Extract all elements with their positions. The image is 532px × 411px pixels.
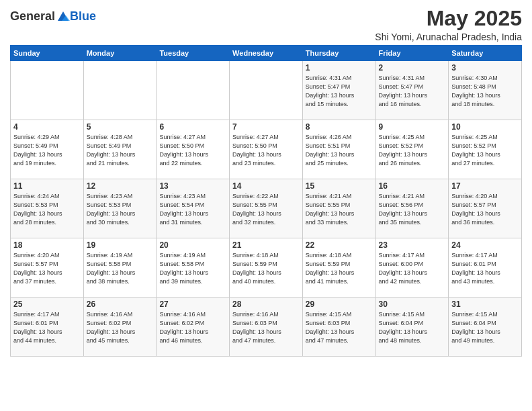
day-number: 17: [451, 181, 519, 191]
calendar-cell: 5Sunrise: 4:28 AM Sunset: 5:49 PM Daylig…: [83, 120, 157, 179]
day-info: Sunrise: 4:29 AM Sunset: 5:49 PM Dayligh…: [13, 133, 81, 168]
day-number: 12: [87, 181, 154, 191]
calendar-table: Sunday Monday Tuesday Wednesday Thursday…: [10, 45, 522, 357]
day-number: 29: [306, 300, 373, 309]
calendar-cell: 19Sunrise: 4:19 AM Sunset: 5:58 PM Dayli…: [83, 238, 157, 298]
calendar-week-3: 11Sunrise: 4:24 AM Sunset: 5:53 PM Dayli…: [11, 179, 522, 238]
day-info: Sunrise: 4:16 AM Sunset: 6:02 PM Dayligh…: [87, 310, 154, 345]
header-saturday: Saturday: [449, 46, 522, 61]
calendar-cell: 28Sunrise: 4:16 AM Sunset: 6:03 PM Dayli…: [230, 298, 303, 357]
day-number: 14: [232, 181, 300, 191]
day-number: 24: [451, 240, 519, 250]
day-number: 1: [306, 63, 373, 73]
calendar-week-5: 25Sunrise: 4:17 AM Sunset: 6:01 PM Dayli…: [11, 298, 522, 357]
day-info: Sunrise: 4:17 AM Sunset: 6:00 PM Dayligh…: [379, 251, 446, 286]
calendar-cell: 23Sunrise: 4:17 AM Sunset: 6:00 PM Dayli…: [375, 238, 449, 298]
day-info: Sunrise: 4:27 AM Sunset: 5:50 PM Dayligh…: [159, 133, 226, 168]
logo-blue: Blue: [70, 9, 96, 24]
calendar-cell: 9Sunrise: 4:25 AM Sunset: 5:52 PM Daylig…: [375, 120, 449, 179]
calendar-cell: 27Sunrise: 4:16 AM Sunset: 6:02 PM Dayli…: [157, 298, 230, 357]
calendar-week-2: 4Sunrise: 4:29 AM Sunset: 5:49 PM Daylig…: [11, 120, 522, 179]
calendar-container: General Blue May 2025 Shi Yomi, Arunacha…: [0, 0, 532, 363]
day-info: Sunrise: 4:28 AM Sunset: 5:49 PM Dayligh…: [87, 133, 154, 168]
day-info: Sunrise: 4:31 AM Sunset: 5:47 PM Dayligh…: [306, 74, 373, 109]
day-number: 2: [379, 63, 446, 73]
day-info: Sunrise: 4:20 AM Sunset: 5:57 PM Dayligh…: [13, 251, 81, 286]
day-number: 18: [13, 240, 81, 250]
header-sunday: Sunday: [11, 46, 84, 61]
calendar-week-1: 1Sunrise: 4:31 AM Sunset: 5:47 PM Daylig…: [11, 61, 522, 120]
calendar-cell: 22Sunrise: 4:18 AM Sunset: 5:59 PM Dayli…: [302, 238, 375, 298]
day-info: Sunrise: 4:21 AM Sunset: 5:55 PM Dayligh…: [306, 192, 373, 227]
calendar-cell: 1Sunrise: 4:31 AM Sunset: 5:47 PM Daylig…: [302, 61, 375, 120]
day-number: 8: [306, 122, 373, 132]
weekday-header-row: Sunday Monday Tuesday Wednesday Thursday…: [11, 46, 522, 61]
calendar-cell: 31Sunrise: 4:15 AM Sunset: 6:04 PM Dayli…: [449, 298, 522, 357]
calendar-cell: 26Sunrise: 4:16 AM Sunset: 6:02 PM Dayli…: [83, 298, 157, 357]
location-title: Shi Yomi, Arunachal Pradesh, India: [375, 32, 522, 42]
day-info: Sunrise: 4:17 AM Sunset: 6:01 PM Dayligh…: [13, 310, 81, 345]
calendar-cell: 20Sunrise: 4:19 AM Sunset: 5:58 PM Dayli…: [157, 238, 230, 298]
day-info: Sunrise: 4:19 AM Sunset: 5:58 PM Dayligh…: [159, 251, 226, 286]
calendar-cell: 4Sunrise: 4:29 AM Sunset: 5:49 PM Daylig…: [11, 120, 84, 179]
calendar-cell: 7Sunrise: 4:27 AM Sunset: 5:50 PM Daylig…: [230, 120, 303, 179]
day-number: 30: [379, 300, 446, 309]
month-title: May 2025: [375, 7, 522, 30]
day-info: Sunrise: 4:18 AM Sunset: 5:59 PM Dayligh…: [306, 251, 373, 286]
calendar-cell: 13Sunrise: 4:23 AM Sunset: 5:54 PM Dayli…: [157, 179, 230, 238]
calendar-cell: 14Sunrise: 4:22 AM Sunset: 5:55 PM Dayli…: [230, 179, 303, 238]
calendar-cell: 8Sunrise: 4:26 AM Sunset: 5:51 PM Daylig…: [302, 120, 375, 179]
day-info: Sunrise: 4:22 AM Sunset: 5:55 PM Dayligh…: [232, 192, 300, 227]
logo-icon: [56, 10, 70, 24]
calendar-cell: 6Sunrise: 4:27 AM Sunset: 5:50 PM Daylig…: [157, 120, 230, 179]
day-number: 10: [451, 122, 519, 132]
day-number: 16: [379, 181, 446, 191]
day-number: 27: [159, 300, 226, 309]
calendar-cell: 12Sunrise: 4:23 AM Sunset: 5:53 PM Dayli…: [83, 179, 157, 238]
calendar-cell: 21Sunrise: 4:18 AM Sunset: 5:59 PM Dayli…: [230, 238, 303, 298]
title-area: May 2025 Shi Yomi, Arunachal Pradesh, In…: [375, 7, 522, 42]
day-number: 31: [451, 300, 519, 309]
day-info: Sunrise: 4:24 AM Sunset: 5:53 PM Dayligh…: [13, 192, 81, 227]
day-number: 9: [379, 122, 446, 132]
calendar-cell: 2Sunrise: 4:31 AM Sunset: 5:47 PM Daylig…: [375, 61, 449, 120]
day-info: Sunrise: 4:16 AM Sunset: 6:02 PM Dayligh…: [159, 310, 226, 345]
day-number: 3: [451, 63, 519, 73]
calendar-cell: 3Sunrise: 4:30 AM Sunset: 5:48 PM Daylig…: [449, 61, 522, 120]
calendar-cell: 17Sunrise: 4:20 AM Sunset: 5:57 PM Dayli…: [449, 179, 522, 238]
day-info: Sunrise: 4:27 AM Sunset: 5:50 PM Dayligh…: [232, 133, 300, 168]
header: General Blue May 2025 Shi Yomi, Arunacha…: [10, 7, 522, 42]
header-wednesday: Wednesday: [230, 46, 303, 61]
day-info: Sunrise: 4:18 AM Sunset: 5:59 PM Dayligh…: [232, 251, 300, 286]
day-info: Sunrise: 4:23 AM Sunset: 5:53 PM Dayligh…: [87, 192, 154, 227]
calendar-cell: 10Sunrise: 4:25 AM Sunset: 5:52 PM Dayli…: [449, 120, 522, 179]
day-info: Sunrise: 4:15 AM Sunset: 6:04 PM Dayligh…: [379, 310, 446, 345]
day-number: 7: [232, 122, 300, 132]
day-number: 23: [379, 240, 446, 250]
day-number: 28: [232, 300, 300, 309]
day-info: Sunrise: 4:19 AM Sunset: 5:58 PM Dayligh…: [87, 251, 154, 286]
calendar-cell: [11, 61, 84, 120]
day-number: 19: [87, 240, 154, 250]
header-tuesday: Tuesday: [157, 46, 230, 61]
calendar-cell: [83, 61, 157, 120]
day-info: Sunrise: 4:25 AM Sunset: 5:52 PM Dayligh…: [451, 133, 519, 168]
day-info: Sunrise: 4:30 AM Sunset: 5:48 PM Dayligh…: [451, 74, 519, 109]
calendar-cell: 29Sunrise: 4:15 AM Sunset: 6:03 PM Dayli…: [302, 298, 375, 357]
day-number: 4: [13, 122, 81, 132]
day-number: 15: [306, 181, 373, 191]
day-info: Sunrise: 4:15 AM Sunset: 6:04 PM Dayligh…: [451, 310, 519, 345]
day-number: 13: [159, 181, 226, 191]
calendar-cell: [157, 61, 230, 120]
day-number: 21: [232, 240, 300, 250]
calendar-cell: 18Sunrise: 4:20 AM Sunset: 5:57 PM Dayli…: [11, 238, 84, 298]
header-monday: Monday: [83, 46, 157, 61]
day-info: Sunrise: 4:16 AM Sunset: 6:03 PM Dayligh…: [232, 310, 300, 345]
calendar-cell: 25Sunrise: 4:17 AM Sunset: 6:01 PM Dayli…: [11, 298, 84, 357]
calendar-cell: 30Sunrise: 4:15 AM Sunset: 6:04 PM Dayli…: [375, 298, 449, 357]
day-number: 20: [159, 240, 226, 250]
calendar-cell: 24Sunrise: 4:17 AM Sunset: 6:01 PM Dayli…: [449, 238, 522, 298]
day-info: Sunrise: 4:15 AM Sunset: 6:03 PM Dayligh…: [306, 310, 373, 345]
day-info: Sunrise: 4:31 AM Sunset: 5:47 PM Dayligh…: [379, 74, 446, 109]
calendar-cell: 16Sunrise: 4:21 AM Sunset: 5:56 PM Dayli…: [375, 179, 449, 238]
